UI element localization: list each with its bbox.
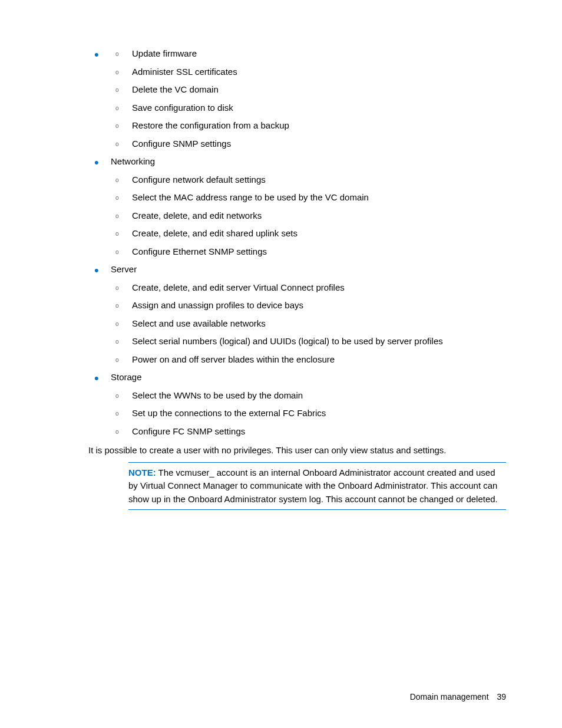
paragraph-text: It is possible to create a user with no …: [88, 444, 506, 457]
top-level-list: Update firmware Administer SSL certifica…: [88, 47, 506, 150]
note-label: NOTE:: [128, 467, 156, 477]
note-box: NOTE: The vcmuser_ account is an interna…: [128, 462, 506, 510]
item-text: Delete the VC domain: [132, 84, 219, 94]
item-text: Select and use available networks: [132, 318, 266, 328]
list-item: Assign and unassign profiles to device b…: [115, 299, 506, 312]
list-item-server: Server Create, delete, and edit server V…: [94, 263, 506, 366]
page-footer: Domain management 39: [410, 692, 506, 701]
list-item: Select serial numbers (logical) and UUID…: [115, 335, 506, 348]
sub-list: Create, delete, and edit server Virtual …: [111, 281, 506, 367]
list-item: Configure Ethernet SNMP settings: [115, 245, 506, 259]
list-item: Create, delete, and edit server Virtual …: [115, 281, 506, 295]
item-text: Select the MAC address range to be used …: [132, 192, 369, 202]
item-text: Select serial numbers (logical) and UUID…: [132, 336, 443, 346]
footer-section: Domain management: [410, 692, 489, 701]
list-item-continuation: Update firmware Administer SSL certifica…: [94, 47, 506, 150]
item-text: Power on and off server blades within th…: [132, 354, 335, 364]
list-item: Delete the VC domain: [115, 83, 506, 97]
list-item: Save configuration to disk: [115, 101, 506, 115]
list-item: Create, delete, and edit shared uplink s…: [115, 227, 506, 241]
list-item-networking: Networking Configure network default set…: [94, 155, 506, 258]
list-item: Create, delete, and edit networks: [115, 209, 506, 223]
item-text: Restore the configuration from a backup: [132, 120, 289, 130]
list-item: Administer SSL certificates: [115, 65, 506, 79]
list-item: Configure network default settings: [115, 173, 506, 187]
sub-list: Configure network default settings Selec…: [111, 173, 506, 259]
list-item: Power on and off server blades within th…: [115, 353, 506, 367]
group-title: Networking: [111, 156, 155, 166]
note-text: The vcmuser_ account is an internal Onbo…: [128, 467, 498, 504]
item-text: Create, delete, and edit server Virtual …: [132, 282, 345, 292]
list-item: Select the WWNs to be used by the domain: [115, 389, 506, 403]
list-item: Set up the connections to the external F…: [115, 407, 506, 420]
item-text: Configure FC SNMP settings: [132, 426, 245, 436]
sub-list: Select the WWNs to be used by the domain…: [111, 389, 506, 439]
item-text: Configure network default settings: [132, 174, 266, 185]
list-item: Configure FC SNMP settings: [115, 425, 506, 439]
item-text: Configure Ethernet SNMP settings: [132, 246, 267, 256]
item-text: Assign and unassign profiles to device b…: [132, 300, 303, 310]
item-text: Create, delete, and edit shared uplink s…: [132, 228, 297, 238]
group-title: Storage: [111, 372, 142, 382]
group-title: Server: [111, 264, 137, 274]
sub-list-orphan: Update firmware Administer SSL certifica…: [94, 47, 506, 150]
list-item: Select the MAC address range to be used …: [115, 191, 506, 205]
list-item: Select and use available networks: [115, 317, 506, 331]
item-text: Update firmware: [132, 48, 197, 58]
list-item: Update firmware: [115, 47, 506, 61]
list-item: Configure SNMP settings: [115, 137, 506, 151]
page-content: Update firmware Administer SSL certifica…: [88, 47, 506, 510]
list-item-storage: Storage Select the WWNs to be used by th…: [94, 371, 506, 438]
footer-page-number: 39: [497, 692, 506, 701]
item-text: Configure SNMP settings: [132, 139, 231, 149]
item-text: Administer SSL certificates: [132, 67, 237, 77]
bullet-list: Networking Configure network default set…: [88, 155, 506, 438]
item-text: Set up the connections to the external F…: [132, 408, 326, 418]
item-text: Select the WWNs to be used by the domain: [132, 390, 303, 400]
item-text: Save configuration to disk: [132, 103, 233, 113]
list-item: Restore the configuration from a backup: [115, 119, 506, 133]
item-text: Create, delete, and edit networks: [132, 210, 262, 220]
